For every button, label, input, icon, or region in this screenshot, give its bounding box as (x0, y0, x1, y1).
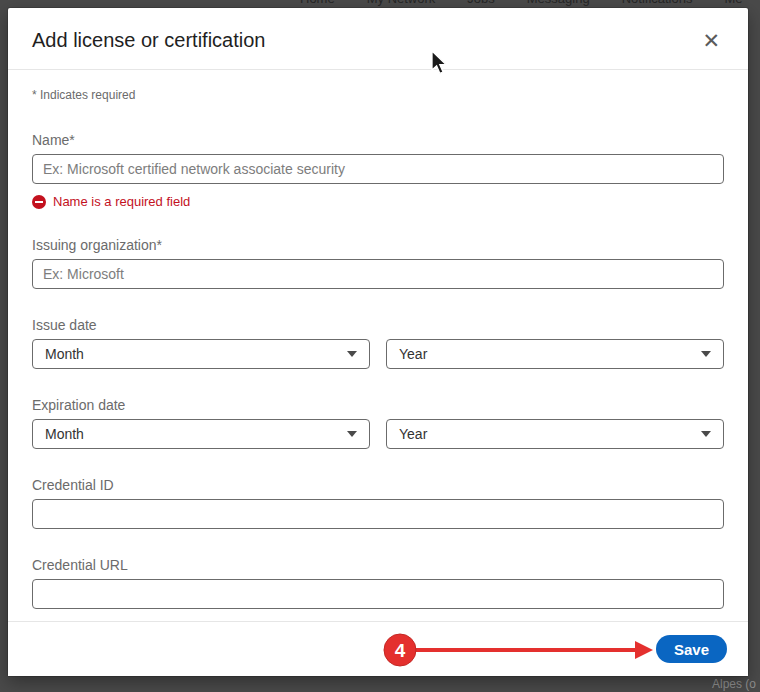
background-text-fragment: Alpes (o (712, 677, 756, 691)
nav-item-me: Me (724, 0, 742, 6)
expiration-date-label: Expiration date (32, 397, 724, 413)
name-input[interactable] (32, 154, 724, 184)
credential-url-field-group: Credential URL (32, 557, 724, 609)
credential-id-input[interactable] (32, 499, 724, 529)
issue-month-value: Month (45, 346, 84, 362)
modal-content: * Indicates required Name* Name is a req… (8, 70, 748, 609)
credential-id-field-group: Credential ID (32, 477, 724, 529)
issue-date-row: Month Year (32, 339, 724, 369)
nav-item-notifications: Notifications (622, 0, 693, 6)
expiration-year-value: Year (399, 426, 427, 442)
add-license-modal: Add license or certification ✕ * Indicat… (8, 8, 748, 676)
save-button[interactable]: Save (656, 635, 727, 663)
required-note: * Indicates required (32, 88, 724, 102)
background-nav-strip: Home My Network Jobs Messaging Notificat… (0, 0, 760, 8)
step-annotation: 4 (375, 628, 665, 673)
nav-item-home: Home (300, 0, 335, 6)
chevron-down-icon (347, 431, 357, 437)
credential-url-label: Credential URL (32, 557, 724, 573)
nav-item-my-network: My Network (367, 0, 436, 6)
issue-year-select[interactable]: Year (386, 339, 724, 369)
issuing-org-label: Issuing organization* (32, 237, 724, 253)
expiration-date-row: Month Year (32, 419, 724, 449)
background-nav-items: Home My Network Jobs Messaging Notificat… (300, 0, 760, 6)
credential-id-label: Credential ID (32, 477, 724, 493)
chevron-down-icon (347, 351, 357, 357)
close-icon[interactable]: ✕ (698, 28, 724, 53)
issue-month-select[interactable]: Month (32, 339, 370, 369)
chevron-down-icon (701, 351, 711, 357)
name-field-group: Name* Name is a required field (32, 132, 724, 209)
issue-date-field-group: Issue date Month Year (32, 317, 724, 369)
error-minus-circle-icon (32, 195, 46, 209)
name-label: Name* (32, 132, 724, 148)
modal-title: Add license or certification (32, 29, 265, 52)
issue-year-value: Year (399, 346, 427, 362)
issuing-org-field-group: Issuing organization* (32, 237, 724, 289)
expiration-date-field-group: Expiration date Month Year (32, 397, 724, 449)
expiration-year-select[interactable]: Year (386, 419, 724, 449)
modal-header: Add license or certification ✕ (8, 8, 748, 69)
annotation-step-number: 4 (395, 640, 406, 661)
credential-url-input[interactable] (32, 579, 724, 609)
name-error-text: Name is a required field (53, 194, 190, 209)
nav-item-jobs: Jobs (467, 0, 494, 6)
issue-date-label: Issue date (32, 317, 724, 333)
expiration-month-value: Month (45, 426, 84, 442)
mouse-cursor-icon (430, 50, 448, 76)
name-error: Name is a required field (32, 194, 724, 209)
issuing-org-input[interactable] (32, 259, 724, 289)
nav-item-messaging: Messaging (527, 0, 590, 6)
expiration-month-select[interactable]: Month (32, 419, 370, 449)
chevron-down-icon (701, 431, 711, 437)
annotation-arrowhead (635, 641, 653, 659)
